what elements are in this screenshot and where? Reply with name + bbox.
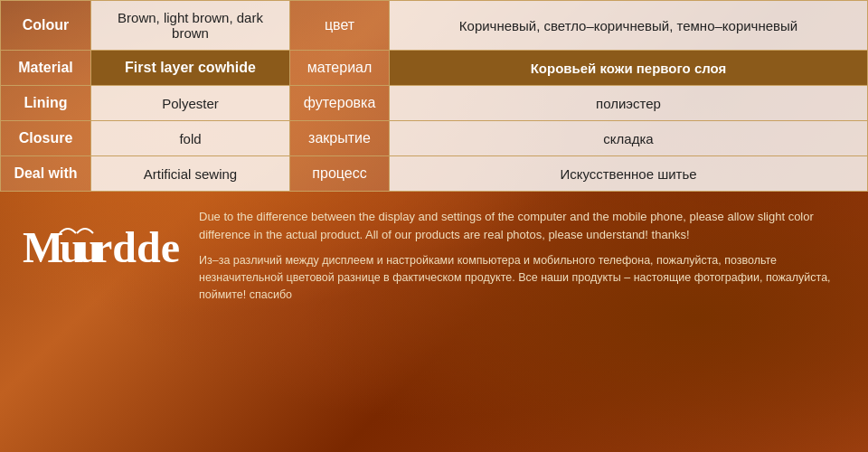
value-ru-colour: Коричневый, светло–коричневый, темно–кор… [390, 1, 868, 51]
label-ru-colour: цвет [290, 1, 390, 51]
table-row-material: Material First layer cowhide материал Ко… [1, 51, 868, 86]
label-ru-lining: футеровка [290, 86, 390, 121]
label-en-lining: Lining [1, 86, 91, 121]
table-row-deal-with: Deal with Artificial sewing процесс Иску… [1, 156, 868, 192]
value-ru-material: Коровьей кожи первого слоя [390, 51, 868, 86]
value-ru-lining: полиэстер [390, 86, 868, 121]
product-table-wrapper: Colour Brown, light brown, dark brown цв… [0, 0, 868, 192]
value-en-material: First layer cowhide [91, 51, 290, 86]
product-table: Colour Brown, light brown, dark brown цв… [0, 0, 868, 192]
value-ru-closure: складка [390, 121, 868, 156]
value-en-colour: Brown, light brown, dark brown [91, 1, 290, 51]
value-en-deal-with: Artificial sewing [91, 156, 290, 192]
label-en-colour: Colour [1, 1, 91, 51]
table-row-colour: Colour Brown, light brown, dark brown цв… [1, 1, 868, 51]
main-container: Colour Brown, light brown, dark brown цв… [0, 0, 868, 452]
svg-text:rdde: rdde [93, 223, 180, 271]
value-en-closure: fold [91, 121, 290, 156]
table-row-closure: Closure fold закрытие складка [1, 121, 868, 156]
value-ru-deal-with: Искусственное шитье [390, 156, 868, 192]
label-ru-closure: закрытие [290, 121, 390, 156]
label-ru-material: материал [290, 51, 390, 86]
label-en-material: Material [1, 51, 91, 86]
logo-area: M u u rdde [18, 208, 181, 271]
label-en-closure: Closure [1, 121, 91, 156]
disclaimer-en-text: Due to the difference between the displa… [199, 208, 850, 243]
bottom-section: M u u rdde Due to the difference between… [0, 192, 868, 452]
label-en-deal-with: Deal with [1, 156, 91, 192]
table-row-lining: Lining Polyester футеровка полиэстер [1, 86, 868, 121]
disclaimer-area: Due to the difference between the displa… [199, 208, 850, 303]
value-en-lining: Polyester [91, 86, 290, 121]
label-ru-deal-with: процесс [290, 156, 390, 192]
brand-logo: M u u rdde [18, 217, 181, 271]
svg-text:M: M [23, 223, 63, 271]
disclaimer-ru-text: Из–за различий между дисплеем и настройк… [199, 252, 850, 303]
